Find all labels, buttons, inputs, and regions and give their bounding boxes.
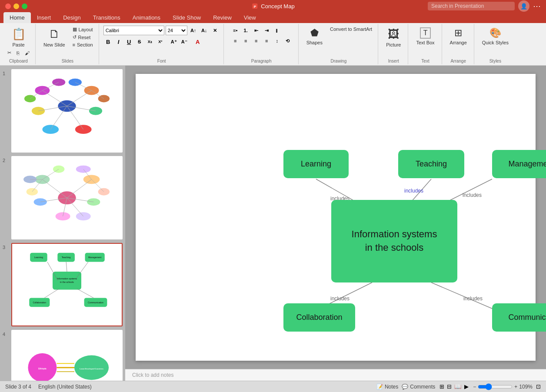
line-spacing-button[interactable]: ↕ [272,36,282,46]
slide-item-4: 4 Ethiopia Least Developed Countries Sel… [3,330,123,381]
slide-thumb-1[interactable] [11,69,123,153]
slide-notes[interactable]: Click to add notes [125,369,546,381]
zoom-slider[interactable] [478,383,513,390]
search-input[interactable] [428,2,515,10]
slide-item-1: 1 [3,69,123,153]
align-right-button[interactable]: ≡ [251,36,261,46]
tab-insert[interactable]: Insert [31,12,57,23]
strikethrough-button[interactable]: S [135,37,144,47]
tab-review[interactable]: Review [207,12,238,23]
align-row: ≡ ≡ ≡ ≡ ↕ ⟲ [230,36,292,46]
node-center[interactable]: Information systemsin the schools [331,200,457,282]
bullets-button[interactable]: ≡• [230,26,240,35]
svg-point-7 [42,125,59,134]
node-communication[interactable]: Communication [492,303,546,332]
shapes-icon: ⬟ [310,27,319,39]
subscript-button[interactable]: X₂ [145,37,155,47]
minimize-button[interactable] [13,3,19,9]
tab-slideshow[interactable]: Slide Show [166,12,207,23]
svg-line-36 [67,179,92,198]
slide-thumb-3[interactable]: Information systems in the schools Learn… [11,243,123,326]
tab-view[interactable]: View [238,12,262,23]
columns-button[interactable]: ⫿ [272,26,282,35]
ribbon-group-slides: 🗋 New Slide ▦ Layout ↺ Reset ≡ Section S… [37,24,99,64]
increase-indent-button[interactable]: ⇥ [262,26,271,35]
comments-button[interactable]: 💬 Comments [402,384,435,390]
user-avatar[interactable]: 👤 [518,0,529,12]
copy-button[interactable]: ⎘ [14,49,22,56]
italic-button[interactable]: I [114,37,123,47]
font-family-select[interactable]: Calibri [103,26,164,35]
window-controls [5,3,27,9]
slideshow-button[interactable]: ▶ [463,382,469,391]
node-management[interactable]: Management [492,150,546,178]
normal-view-button[interactable]: ⊞ [439,382,445,391]
fit-slide-button[interactable]: ⊡ [536,383,541,390]
slide-item-2: 2 [3,156,123,239]
format-painter-button[interactable]: 🖌 [23,49,32,56]
language-status: English (United States) [38,384,92,390]
slide-thumb-4[interactable]: Ethiopia Least Developed Countries Self-… [11,330,123,381]
numbering-button[interactable]: 1. [241,26,250,35]
arrange-button[interactable]: ⊞ Arrange [446,26,470,47]
notes-button[interactable]: 📝 Notes [376,384,398,390]
tab-design[interactable]: Design [57,12,87,23]
new-slide-button[interactable]: 🗋 New Slide [40,26,69,49]
svg-line-40 [67,198,83,216]
status-right: 📝 Notes 💬 Comments ⊞ ⊟ 📖 ▶ − + 109% ⊡ [376,382,541,391]
tab-animations[interactable]: Animations [127,12,166,23]
font-size-select[interactable]: 24 [166,26,187,35]
slide-sorter-button[interactable]: ⊟ [446,382,453,391]
node-collaboration[interactable]: Collaboration [283,303,355,332]
zoom-increase-icon[interactable]: + [514,384,517,390]
svg-text:Communication: Communication [88,301,103,304]
shrink-font-button[interactable]: A↓ [200,26,209,35]
cut-icon: ✂ [7,50,11,56]
reset-button[interactable]: ↺ Reset [70,33,95,41]
cut-button[interactable]: ✂ [5,49,13,56]
align-left-button[interactable]: ≡ [230,36,240,46]
decrease-indent-button[interactable]: ⇤ [251,26,261,35]
titlebar: P Concept Map 👤 ⋯ [0,0,546,12]
justify-button[interactable]: ≡ [262,36,271,46]
tab-transitions[interactable]: Transitions [87,12,127,23]
svg-line-18 [67,106,83,130]
paste-button[interactable]: 📋 Paste [8,26,29,49]
font-size-down-button[interactable]: A⁻ [180,37,189,47]
section-button[interactable]: ≡ Section [70,41,95,48]
svg-text:Least Developed Countries: Least Developed Countries [80,368,103,370]
slide-actions: ▦ Layout ↺ Reset ≡ Section [70,26,95,48]
svg-line-62 [44,289,59,298]
layout-button[interactable]: ▦ Layout [70,26,95,33]
slide-number-1: 1 [3,69,9,76]
textbox-icon: T [420,27,431,39]
align-center-button[interactable]: ≡ [241,36,250,46]
font-color-button[interactable]: A [193,37,203,47]
node-learning[interactable]: Learning [283,150,349,178]
svg-line-13 [42,90,67,106]
shapes-button[interactable]: ⬟ Shapes [303,26,326,47]
node-teaching[interactable]: Teaching [398,150,464,178]
close-button[interactable] [5,3,11,9]
ribbon-group-arrange: ⊞ Arrange Arrange [443,24,474,64]
text-direction-button[interactable]: ⟲ [283,36,292,46]
grow-font-button[interactable]: A↑ [189,26,198,35]
svg-line-60 [66,262,67,272]
zoom-decrease-icon[interactable]: − [473,384,476,390]
ribbon-toolbar: 📋 Paste ✂ ⎘ 🖌 Clipboard 🗋 New Slide ▦ La… [0,23,546,66]
slide-thumb-2[interactable] [11,156,123,239]
bold-button[interactable]: B [103,37,113,47]
maximize-button[interactable] [22,3,27,9]
convert-smartart-button[interactable]: Convert to SmartArt [328,26,374,33]
picture-button[interactable]: 🖼 Picture [383,26,404,49]
label-includes-5: includes [463,296,483,302]
superscript-button[interactable]: X² [156,37,165,47]
reading-view-button[interactable]: 📖 [453,382,463,391]
slide-canvas[interactable]: includes includes includes includes incl… [136,74,536,361]
underline-button[interactable]: U [124,37,134,47]
quick-styles-button[interactable]: 🎨 Quick Styles [479,26,512,47]
font-size-up-button[interactable]: A⁺ [169,37,179,47]
tab-home[interactable]: Home [3,12,31,23]
textbox-button[interactable]: T Text Box [413,26,438,47]
clear-format-button[interactable]: ✕ [210,26,220,35]
